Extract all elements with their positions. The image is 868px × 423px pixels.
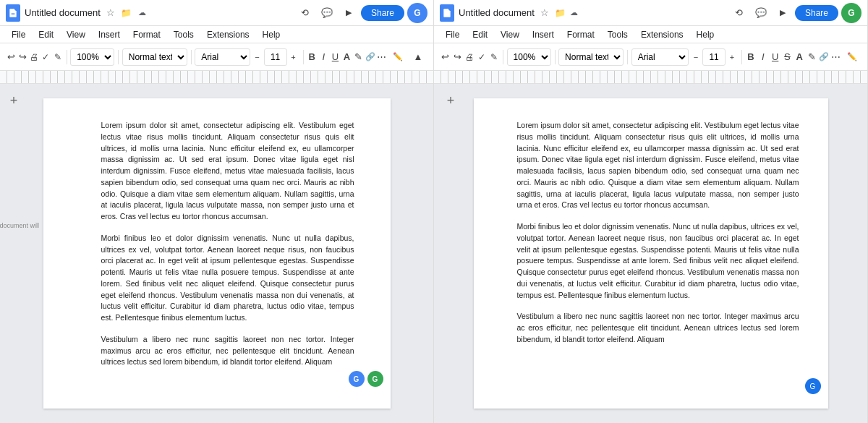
- left-spellcheck-btn[interactable]: ✓: [41, 48, 51, 67]
- left-menu-edit[interactable]: Edit: [33, 28, 59, 41]
- right-color-btn[interactable]: A: [794, 48, 805, 67]
- left-italic-btn[interactable]: I: [318, 48, 328, 67]
- left-comment-btn[interactable]: 💬: [318, 4, 336, 22]
- left-more-btn[interactable]: ⋯: [377, 48, 387, 67]
- right-menu-file[interactable]: File: [440, 28, 465, 41]
- right-paragraph-3: Vestibulum a libero nec nunc sagittis la…: [517, 311, 799, 345]
- right-star-icon[interactable]: ☆: [539, 7, 550, 19]
- right-title-bar: Untitled document ☆ 📁 ☁ ⟲ 💬 ▶ Share G: [434, 0, 867, 26]
- left-collapse-btn[interactable]: ▲: [409, 48, 427, 67]
- right-menu-insert[interactable]: Insert: [527, 28, 560, 41]
- right-menu-help[interactable]: Help: [691, 28, 720, 41]
- left-paintformat-btn[interactable]: ✎: [53, 48, 63, 67]
- right-menu-view[interactable]: View: [495, 28, 525, 41]
- right-comment-btn[interactable]: 💬: [752, 4, 770, 22]
- left-undo-btn[interactable]: ↩: [6, 48, 16, 67]
- right-font-size-group: − +: [690, 48, 738, 66]
- right-style-select[interactable]: Normal text Heading 1 Heading 2: [558, 48, 624, 66]
- right-underline-btn[interactable]: U: [770, 48, 780, 67]
- left-title-actions: ⟲ 💬 ▶ Share G: [296, 3, 427, 23]
- right-collab-badge: G: [805, 378, 821, 394]
- left-style-select[interactable]: Normal text Heading 1 Heading 2: [122, 48, 187, 66]
- right-menu-edit[interactable]: Edit: [467, 28, 493, 41]
- left-print-btn[interactable]: 🖨: [29, 48, 39, 67]
- left-menu-help[interactable]: Help: [257, 28, 286, 41]
- left-redo-btn[interactable]: ↪: [17, 48, 27, 67]
- left-zoom-select[interactable]: 100% 75% 125%: [70, 48, 114, 66]
- left-mode-btn[interactable]: ✏️: [388, 48, 407, 67]
- left-share-button[interactable]: Share: [361, 5, 404, 21]
- right-menu-bar: File Edit View Insert Format Tools Exten…: [434, 26, 867, 43]
- left-title-bar: Untitled document ☆ 📁 ☁ ⟲ 💬 ▶ Share G: [0, 0, 433, 26]
- right-title-actions: ⟲ 💬 ▶ Share G: [730, 3, 861, 23]
- left-color-btn[interactable]: A: [341, 48, 352, 67]
- left-ruler-inner: [0, 71, 433, 83]
- left-link-btn[interactable]: 🔗: [365, 48, 375, 67]
- right-doc-area: + Lorem ipsum dolor sit amet, consectetu…: [434, 84, 867, 423]
- left-add-btn[interactable]: +: [6, 93, 22, 108]
- right-video-btn[interactable]: ▶: [773, 4, 792, 22]
- left-collab-avatar-1: G: [349, 371, 365, 387]
- right-divider-1: [503, 50, 503, 64]
- left-menu-tools[interactable]: Tools: [168, 28, 200, 41]
- right-doc-title: Untitled document: [459, 7, 535, 18]
- right-toolbar-right: ✏️: [843, 48, 861, 67]
- right-highlight-btn[interactable]: ✎: [807, 48, 817, 67]
- left-bold-btn[interactable]: B: [307, 48, 317, 67]
- right-undo-btn[interactable]: ↩: [440, 48, 451, 67]
- left-folder-icon[interactable]: 📁: [121, 7, 132, 19]
- right-more-btn[interactable]: ⋯: [830, 48, 841, 67]
- left-menu-file[interactable]: File: [6, 28, 31, 41]
- left-menu-view[interactable]: View: [61, 28, 91, 41]
- left-cloud-icon: ☁: [137, 7, 148, 19]
- left-divider-1: [67, 50, 67, 64]
- right-link-btn[interactable]: 🔗: [818, 48, 829, 67]
- right-doc-page[interactable]: Lorem ipsum dolor sit amet, consectetur …: [474, 98, 828, 409]
- left-highlight-btn[interactable]: ✎: [354, 48, 364, 67]
- left-font-select[interactable]: Arial Times New Roman: [195, 48, 250, 66]
- right-zoom-select[interactable]: 100% 75% 125%: [507, 48, 551, 66]
- left-underline-btn[interactable]: U: [330, 48, 340, 67]
- left-history-btn[interactable]: ⟲: [296, 4, 315, 22]
- left-font-increase[interactable]: +: [288, 48, 299, 66]
- right-menu-format[interactable]: Format: [561, 28, 600, 41]
- right-spellcheck-btn[interactable]: ✓: [476, 48, 487, 67]
- right-mode-btn[interactable]: ✏️: [843, 48, 861, 67]
- right-paintformat-btn[interactable]: ✎: [488, 48, 499, 67]
- right-redo-btn[interactable]: ↪: [452, 48, 463, 67]
- right-font-select[interactable]: Arial Times New Roman: [631, 48, 689, 66]
- left-collab-avatars: G G: [349, 371, 383, 387]
- left-doc-page[interactable]: document will Lorem ipsum dolor sit amet…: [43, 98, 391, 409]
- left-doc-title: Untitled document: [25, 7, 101, 18]
- right-divider-4: [741, 50, 742, 64]
- right-strikethrough-btn[interactable]: S: [782, 48, 793, 67]
- right-doc-icon: [440, 4, 454, 22]
- right-paragraph-1: Lorem ipsum dolor sit amet, consectetur …: [517, 120, 799, 211]
- right-folder-icon[interactable]: 📁: [555, 8, 566, 18]
- right-bold-btn[interactable]: B: [746, 48, 757, 67]
- left-video-btn[interactable]: ▶: [339, 4, 358, 22]
- right-ruler: [434, 71, 867, 84]
- left-paragraph-2: Morbi finibus leo et dolor dignissim ven…: [101, 233, 354, 324]
- left-ruler: [0, 71, 433, 84]
- right-font-increase[interactable]: +: [726, 48, 738, 66]
- left-menu-extensions[interactable]: Extensions: [201, 28, 255, 41]
- right-font-size-input[interactable]: [702, 48, 726, 66]
- right-italic-btn[interactable]: I: [757, 48, 768, 67]
- left-font-size-input[interactable]: [264, 48, 287, 66]
- left-star-icon[interactable]: ☆: [105, 7, 116, 19]
- right-add-btn[interactable]: +: [443, 93, 459, 108]
- left-panel: Untitled document ☆ 📁 ☁ ⟲ 💬 ▶ Share G Fi…: [0, 0, 434, 423]
- right-print-btn[interactable]: 🖨: [464, 48, 475, 67]
- left-toolbar: ↩ ↪ 🖨 ✓ ✎ 100% 75% 125% Normal text Head…: [0, 43, 433, 71]
- right-share-button[interactable]: Share: [795, 5, 838, 21]
- right-font-decrease[interactable]: −: [690, 48, 702, 66]
- left-menu-insert[interactable]: Insert: [93, 28, 126, 41]
- left-divider-4: [303, 50, 304, 64]
- right-divider-2: [555, 50, 556, 64]
- right-menu-tools[interactable]: Tools: [602, 28, 634, 41]
- left-menu-format[interactable]: Format: [127, 28, 166, 41]
- right-menu-extensions[interactable]: Extensions: [635, 28, 689, 41]
- right-history-btn[interactable]: ⟲: [730, 4, 749, 22]
- left-font-decrease[interactable]: −: [252, 48, 263, 66]
